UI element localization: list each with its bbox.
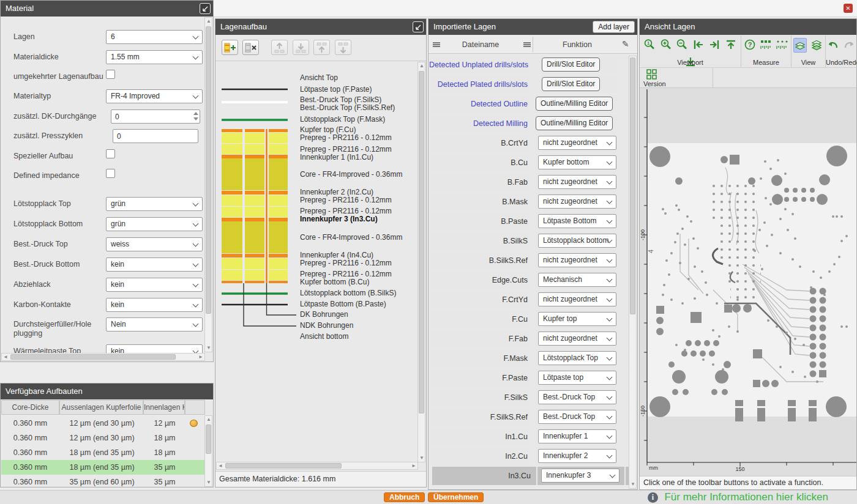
close-icon[interactable]: ✕ [844, 4, 853, 13]
presszyklen-input[interactable] [113, 129, 198, 143]
function-select[interactable]: Innenkupfer 3 [541, 469, 619, 483]
layer-label-selected[interactable]: Innenkupfer 3 (In3.Cu) [300, 215, 378, 223]
function-select[interactable]: Kupfer bottom [538, 155, 616, 169]
collapse-icon[interactable] [413, 21, 424, 32]
apply-button[interactable]: Übernehmen [428, 492, 484, 502]
zoom-in-icon[interactable] [659, 38, 673, 53]
function-select[interactable]: Lötstopplack bottom [538, 234, 616, 248]
info-link[interactable]: i Für mehr Informationen hier klicken [648, 491, 828, 504]
add-layer-icon[interactable] [222, 40, 238, 55]
material-horizontal-scrollbar[interactable]: ◄ ► [1, 353, 205, 361]
view-layers-all-icon[interactable] [810, 38, 823, 53]
redo-icon[interactable] [842, 38, 856, 53]
pcb-canvas[interactable]: -100 -150 mm 150 4 [640, 88, 856, 489]
outline-milling-editor-button[interactable]: Outline/Milling Editor [536, 97, 613, 111]
measure-help-icon[interactable]: ? [743, 38, 757, 53]
drill-slot-editor-button[interactable]: Drill/Slot Editor [542, 57, 600, 72]
karbon-kontakte-select[interactable]: kein [106, 298, 203, 312]
lagen-select[interactable]: 6 [106, 30, 203, 44]
add-layer-button[interactable]: Add layer [593, 21, 635, 33]
function-select[interactable]: Lötstopplack Top [538, 351, 616, 365]
loetstopplack-bottom-select[interactable]: grün [106, 217, 203, 231]
function-select[interactable]: Mechanisch [538, 273, 616, 287]
layer-label[interactable]: Core - FR4-Improved - 0.36mm [300, 234, 402, 242]
layer-label[interactable]: Prepreg - PR2116 - 0.12mm [300, 134, 392, 142]
function-select[interactable]: Kupfer top [538, 312, 616, 326]
function-select[interactable]: nicht zugeordnet [538, 292, 616, 306]
function-select[interactable]: Lötpaste Bottom [538, 214, 616, 228]
aufbau-row[interactable]: 0.360 mm 35 µm (end 60 µm) 35 µm [1, 475, 205, 489]
layer-label[interactable]: Ansicht Top [300, 74, 338, 82]
layer-label[interactable]: Lötpaste Bottom (B.Paste) [300, 300, 386, 308]
column-header-funktion[interactable]: Funktion [534, 35, 621, 54]
layer-label[interactable]: NDK Bohrungen [300, 322, 353, 330]
measure-point-icon[interactable] [776, 38, 789, 53]
dk-durchgaenge-input[interactable] [111, 109, 200, 124]
column-header-dateiname[interactable]: Dateiname [428, 35, 533, 54]
aufbau-row[interactable]: 0.360 mm 12 µm (end 30 µm) 12 µm [1, 416, 205, 431]
column-header-aussenlagen[interactable]: Aussenlagen Kupferfolie [59, 400, 143, 415]
materialdicke-select[interactable]: 1.55 mm [106, 50, 203, 64]
function-select[interactable]: Innenkupfer 1 [538, 429, 616, 443]
layer-file-link[interactable]: Detected Outline [429, 95, 533, 113]
lagenaufbau-horizontal-scrollbar[interactable]: ◄ ► [216, 462, 418, 470]
column-header-core-dicke[interactable]: Core-Dicke [1, 400, 59, 415]
hole-plugging-select[interactable]: Nein [106, 317, 203, 332]
move-selection-down-icon[interactable] [335, 40, 351, 55]
move-selection-up-icon[interactable] [313, 40, 330, 55]
aufbau-row[interactable]: 0.360 mm 18 µm (end 35 µm) 18 µm [1, 445, 205, 460]
function-select[interactable]: Best.-Druck Top [538, 410, 616, 424]
stackup-diagram[interactable]: Ansicht Top Lötpaste top (F.Paste) Best.… [220, 62, 422, 407]
bestdruck-bottom-select[interactable]: kein [106, 258, 203, 272]
outline-milling-editor-button[interactable]: Outline/Milling Editor [536, 116, 613, 130]
function-select[interactable]: nicht zugeordnet [538, 175, 616, 189]
zoom-original-icon[interactable]: 1 [643, 38, 656, 53]
layer-label[interactable]: Core - FR4-Improved - 0.36mm [300, 171, 402, 179]
sort-icon[interactable] [523, 42, 531, 43]
layer-label[interactable]: Ansicht bottom [300, 333, 348, 341]
spinner-up-icon[interactable] [193, 112, 198, 115]
imported-vertical-scrollbar[interactable]: ▼ [629, 56, 637, 489]
function-select[interactable]: nicht zugeordnet [538, 195, 616, 209]
aufbauten-vertical-scrollbar[interactable]: ▲ ▼ [204, 415, 212, 487]
function-select[interactable]: nicht zugeordnet [538, 136, 616, 150]
function-select[interactable]: Innenkupfer 2 [538, 449, 616, 463]
move-layer-down-icon[interactable] [293, 40, 309, 55]
drill-slot-editor-button[interactable]: Drill/Slot Editor [542, 77, 600, 91]
aufbau-row[interactable]: 0.360 mm 12 µm (end 30 µm) 18 µm [1, 431, 205, 445]
defined-impedance-checkbox[interactable] [106, 169, 115, 178]
move-layer-up-icon[interactable] [271, 40, 288, 55]
spinner-down-icon[interactable] [193, 117, 198, 120]
abziehlack-select[interactable]: kein [106, 278, 203, 292]
spezieller-aufbau-checkbox[interactable] [106, 149, 115, 158]
layer-file-link[interactable]: Detected Plated drills/slots [429, 75, 533, 94]
layer-file-link[interactable]: Detected Unplated drills/slots [429, 56, 533, 74]
measure-distance-icon[interactable] [760, 38, 773, 53]
edit-pencil-icon[interactable]: ✎ [622, 39, 629, 49]
layer-label[interactable]: Lötstopplack Top (F.Mask) [300, 116, 385, 124]
layer-label[interactable]: Lötpaste top (F.Paste) [300, 86, 372, 94]
pan-up-icon[interactable] [724, 38, 738, 53]
function-select[interactable]: nicht zugeordnet [538, 253, 616, 267]
function-select[interactable]: Best.-Druck Top [538, 390, 616, 404]
loetstopplack-top-select[interactable]: grün [106, 197, 203, 211]
function-select[interactable]: nicht zugeordnet [538, 332, 616, 346]
delete-layer-icon[interactable] [242, 40, 259, 55]
materialtyp-select[interactable]: FR-4 Improved [106, 89, 203, 103]
material-vertical-scrollbar[interactable]: ▲ ▼ [204, 17, 212, 352]
layer-label[interactable]: DK Bohrungen [300, 311, 348, 319]
zoom-out-icon[interactable] [675, 38, 689, 53]
pan-right-icon[interactable] [708, 38, 721, 53]
column-header-innenlagen[interactable]: Innenlagen Ku [143, 400, 185, 415]
pan-left-icon[interactable] [692, 38, 705, 53]
collapse-icon[interactable] [200, 3, 211, 14]
layer-label[interactable]: Innenkupfer 1 (In1.Cu) [300, 154, 373, 161]
layer-file-link[interactable]: Detected Milling [429, 114, 533, 133]
layer-label[interactable]: Prepreg - PR2116 - 0.12mm [300, 259, 392, 267]
undo-icon[interactable] [826, 38, 840, 53]
bestdruck-top-select[interactable]: weiss [106, 237, 203, 251]
function-select[interactable]: Lötpaste top [538, 371, 616, 385]
layer-label[interactable]: Lötstopplack bottom (B.SilkS) [300, 289, 396, 297]
layer-label[interactable]: Kupfer bottom (B.Cu) [300, 278, 369, 286]
cancel-button[interactable]: Abbruch [384, 492, 425, 502]
